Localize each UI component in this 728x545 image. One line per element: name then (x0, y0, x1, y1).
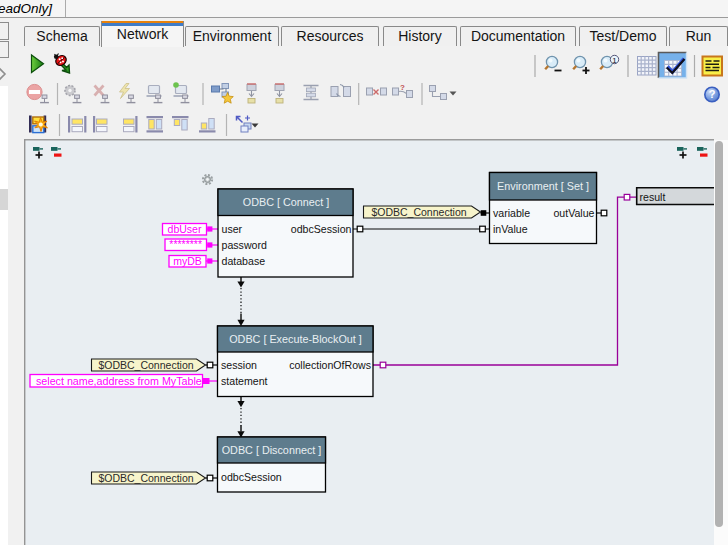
svg-text:statement: statement (221, 375, 268, 387)
svg-text:1: 1 (612, 56, 617, 65)
svg-text:collectionOfRows: collectionOfRows (289, 359, 371, 371)
svg-text:result: result (640, 191, 666, 203)
svg-text:Environment [ Set ]: Environment [ Set ] (497, 180, 589, 192)
svg-text:ODBC [ Execute-BlockOut ]: ODBC [ Execute-BlockOut ] (229, 333, 362, 345)
svg-text:$ODBC_Connection: $ODBC_Connection (371, 206, 466, 218)
svg-text:$ODBC_Connection: $ODBC_Connection (98, 359, 193, 371)
svg-text:ODBC [ Disconnect ]: ODBC [ Disconnect ] (222, 444, 322, 456)
svg-text:ODBC [ Connect ]: ODBC [ Connect ] (243, 196, 329, 208)
svg-text:odbcSession: odbcSession (291, 223, 352, 235)
svg-text:odbcSession: odbcSession (221, 471, 282, 483)
svg-text:select name,address from MyTab: select name,address from MyTable (36, 375, 202, 387)
svg-text:user: user (222, 223, 243, 235)
svg-text:database: database (222, 255, 266, 267)
svg-text:********: ******** (169, 238, 202, 250)
svg-text:dbUser: dbUser (168, 223, 202, 235)
svg-text:variable: variable (493, 207, 530, 219)
svg-text:session: session (221, 359, 257, 371)
svg-text:outValue: outValue (553, 207, 594, 219)
svg-text:inValue: inValue (493, 223, 528, 235)
svg-text:password: password (222, 239, 267, 251)
svg-text:$ODBC_Connection: $ODBC_Connection (98, 472, 193, 484)
svg-text:?: ? (400, 83, 405, 92)
svg-text:?: ? (709, 88, 716, 100)
svg-text:myDB: myDB (173, 255, 202, 267)
